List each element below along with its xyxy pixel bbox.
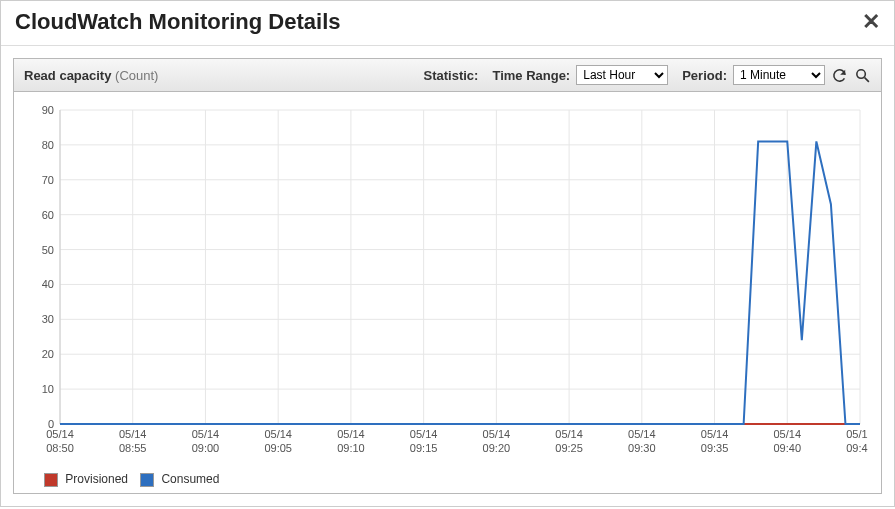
svg-point-0 <box>857 69 866 78</box>
period-label: Period: <box>682 68 727 83</box>
svg-text:10: 10 <box>42 383 54 395</box>
cloudwatch-panel: CloudWatch Monitoring Details ✕ Read cap… <box>0 0 895 507</box>
svg-text:05/14: 05/14 <box>192 428 220 440</box>
svg-text:05/14: 05/14 <box>46 428 74 440</box>
svg-text:90: 90 <box>42 104 54 116</box>
svg-text:09:20: 09:20 <box>483 442 511 454</box>
svg-text:05/14: 05/14 <box>701 428 729 440</box>
swatch-consumed <box>140 473 154 487</box>
svg-text:05/14: 05/14 <box>483 428 511 440</box>
titlebar: CloudWatch Monitoring Details ✕ <box>1 0 894 46</box>
svg-text:05/14: 05/14 <box>264 428 292 440</box>
svg-text:05/14: 05/14 <box>119 428 147 440</box>
svg-text:09:35: 09:35 <box>701 442 729 454</box>
svg-text:09:25: 09:25 <box>555 442 583 454</box>
svg-text:09:00: 09:00 <box>192 442 220 454</box>
svg-text:05/14: 05/14 <box>337 428 365 440</box>
svg-text:05/14: 05/14 <box>555 428 583 440</box>
legend-item-consumed: Consumed <box>140 472 219 487</box>
svg-text:09:45: 09:45 <box>846 442 868 454</box>
refresh-icon[interactable] <box>831 67 848 84</box>
page-title: CloudWatch Monitoring Details <box>15 9 341 35</box>
chart-area: 010203040506070809005/1408:5005/1408:550… <box>13 92 882 494</box>
legend-label-provisioned: Provisioned <box>65 472 128 486</box>
svg-text:08:50: 08:50 <box>46 442 74 454</box>
svg-text:05/14: 05/14 <box>774 428 802 440</box>
svg-text:05/14: 05/14 <box>846 428 868 440</box>
svg-text:60: 60 <box>42 209 54 221</box>
line-chart[interactable]: 010203040506070809005/1408:5005/1408:550… <box>22 102 868 462</box>
legend-item-provisioned: Provisioned <box>44 472 128 487</box>
legend-label-consumed: Consumed <box>161 472 219 486</box>
svg-text:20: 20 <box>42 348 54 360</box>
svg-text:09:40: 09:40 <box>774 442 802 454</box>
svg-text:09:15: 09:15 <box>410 442 438 454</box>
time-range-label: Time Range: <box>492 68 570 83</box>
svg-text:08:55: 08:55 <box>119 442 147 454</box>
svg-text:80: 80 <box>42 139 54 151</box>
zoom-icon[interactable] <box>854 67 871 84</box>
time-range-select[interactable]: Last Hour <box>576 65 668 85</box>
chart-title-text: Read capacity <box>24 68 111 83</box>
legend: Provisioned Consumed <box>44 472 873 487</box>
svg-text:09:30: 09:30 <box>628 442 656 454</box>
svg-text:09:05: 09:05 <box>264 442 292 454</box>
svg-text:05/14: 05/14 <box>628 428 656 440</box>
svg-line-1 <box>865 77 869 81</box>
svg-text:50: 50 <box>42 244 54 256</box>
statistic-label: Statistic: <box>424 68 479 83</box>
svg-text:30: 30 <box>42 313 54 325</box>
chart-title: Read capacity (Count) <box>24 68 158 83</box>
swatch-provisioned <box>44 473 58 487</box>
period-select[interactable]: 1 Minute <box>733 65 825 85</box>
content: Read capacity (Count) Statistic: Time Ra… <box>1 46 894 506</box>
svg-text:40: 40 <box>42 278 54 290</box>
chart-unit: (Count) <box>115 68 158 83</box>
chart-toolbar: Read capacity (Count) Statistic: Time Ra… <box>13 58 882 92</box>
close-icon[interactable]: ✕ <box>862 11 880 33</box>
svg-text:05/14: 05/14 <box>410 428 438 440</box>
svg-text:70: 70 <box>42 174 54 186</box>
svg-text:09:10: 09:10 <box>337 442 365 454</box>
